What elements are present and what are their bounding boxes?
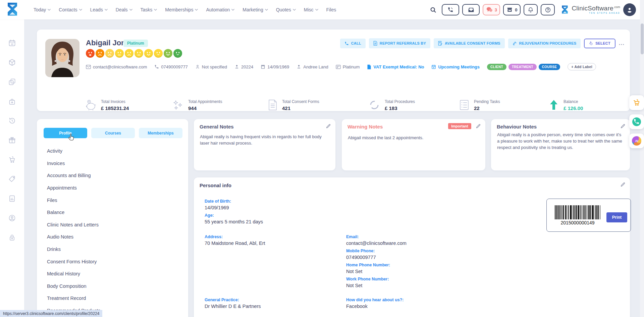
menu-item-activity[interactable]: Activity [47, 145, 181, 157]
mood-face-5[interactable] [125, 49, 133, 58]
whatsapp-phone-icon [632, 117, 641, 126]
menu-item-treatment-record[interactable]: Treatment Record [47, 292, 181, 305]
package-icon[interactable] [8, 58, 16, 66]
basket-in-icon[interactable] [8, 97, 16, 105]
label-chip-treatment[interactable]: TREATMENT [508, 64, 537, 70]
nav-item-memberships[interactable]: Memberships [165, 7, 198, 12]
menu-item-files[interactable]: Files [47, 194, 181, 206]
menu-item-drinks[interactable]: Drinks [47, 243, 181, 256]
copy-icon[interactable] [8, 78, 16, 86]
mood-face-1[interactable] [86, 49, 95, 58]
price-tag-icon[interactable] [8, 175, 16, 183]
dialer-button[interactable] [442, 4, 459, 15]
nav-item-automation[interactable]: Automation [206, 7, 234, 12]
user-circle-icon[interactable] [8, 214, 16, 222]
edit-personal-info-icon[interactable] [620, 182, 626, 187]
edit-general-notes-icon[interactable] [326, 123, 331, 129]
menu-item-accounts-and-billing[interactable]: Accounts and Billing [47, 169, 181, 182]
inbox-button[interactable] [462, 4, 480, 15]
label-chip-client[interactable]: CLIENT [487, 64, 506, 70]
report-referrals-button[interactable]: REPORT REFERRALS BY [369, 38, 430, 48]
lock-icon[interactable] [8, 233, 16, 242]
nav-item-leads[interactable]: Leads [90, 7, 108, 12]
quick-cart-button[interactable] [629, 95, 644, 110]
shop-button[interactable]: 0 [503, 4, 521, 15]
consent-forms-button[interactable]: AVAILABLE CONSENT FORMS [434, 38, 505, 48]
menu-item-appointments[interactable]: Appointments [47, 182, 181, 194]
nav-item-contacts[interactable]: Contacts [59, 7, 82, 12]
call-button[interactable]: CALL [340, 39, 366, 48]
edit-warning-notes-icon[interactable] [476, 123, 481, 129]
gift-icon[interactable] [8, 136, 16, 144]
menu-item-clinic-notes-and-letters[interactable]: Clinic Notes and Letters [47, 219, 181, 231]
print-button[interactable]: Print [606, 212, 627, 222]
svg-text:12: 12 [11, 43, 13, 45]
more-options-button[interactable]: ... [619, 40, 625, 47]
tab-memberships[interactable]: Memberships [139, 128, 182, 138]
mobile-label: Mobile Phone: [346, 249, 375, 253]
mood-face-10[interactable] [173, 49, 182, 58]
mood-face-7[interactable] [144, 49, 153, 58]
vat-exempt-link[interactable]: VAT Exempt Medical: No [367, 64, 424, 69]
mood-face-8[interactable] [154, 49, 163, 58]
pointer-icon [589, 41, 593, 46]
mood-face-4[interactable] [115, 49, 124, 58]
nav-item-files[interactable]: Files [326, 7, 336, 12]
menu-item-balance[interactable]: Balance [47, 206, 181, 219]
notifications-button[interactable] [524, 4, 538, 15]
mood-face-6[interactable] [135, 49, 143, 58]
nav-item-quotes[interactable]: Quotes [276, 7, 296, 12]
menu-item-invoices[interactable]: Invoices [47, 157, 181, 170]
tab-profile[interactable]: Profile [44, 128, 87, 138]
upcoming-meetings-link[interactable]: Upcoming Meetings [431, 64, 480, 69]
tab-courses[interactable]: Courses [91, 128, 135, 138]
id-card-icon [336, 65, 341, 69]
label-chip-course[interactable]: COURSE [539, 64, 560, 70]
cart-icon[interactable] [8, 156, 16, 164]
history-icon[interactable] [8, 117, 16, 125]
stat-icon [459, 99, 470, 111]
quick-call-button[interactable] [629, 114, 644, 129]
nav-item-tasks[interactable]: Tasks [141, 7, 157, 12]
menu-item-body-composition[interactable]: Body Composition [47, 280, 181, 293]
edit-behaviour-notes-icon[interactable] [620, 123, 626, 129]
general-notes-title: General Notes [200, 124, 234, 129]
warning-notes-title: Warning Notes [347, 124, 383, 129]
help-button[interactable] [541, 4, 555, 15]
brand-logo[interactable]: ClinicSoftware.com TEN STEPS AHEAD [560, 5, 620, 15]
nav-item-deals[interactable]: Deals [116, 7, 132, 12]
nav-item-misc[interactable]: Misc [304, 7, 318, 12]
cart-icon [633, 99, 641, 107]
mood-face-2[interactable] [96, 49, 104, 58]
profile-menu: ActivityInvoicesAccounts and BillingAppo… [47, 145, 181, 317]
add-label-button[interactable]: + Add Label [568, 63, 596, 70]
chevron-down-icon [129, 9, 132, 11]
menu-item-consent-forms-history[interactable]: Consent Forms History [47, 255, 181, 268]
app-logo-icon[interactable] [5, 2, 19, 17]
page-scrollbar[interactable] [640, 0, 644, 317]
stat-icon [368, 99, 380, 111]
ai-assistant-button[interactable]: AI [629, 134, 644, 148]
nav-item-today[interactable]: Today [34, 7, 51, 12]
search-icon[interactable] [430, 6, 437, 13]
menu-item-audio-notes[interactable]: Audio Notes [47, 231, 181, 243]
chat-button[interactable]: 3 [483, 4, 500, 15]
storefront-icon [506, 7, 513, 13]
age-label: Age: [205, 213, 214, 218]
client-photo [45, 39, 79, 77]
chat-count-badge: 3 [495, 7, 497, 12]
work-phone-label: Work Phone Number: [346, 277, 389, 281]
menu-item-medical-history[interactable]: Medical History [47, 268, 181, 280]
gp-value: Dr Whillier D E & Partners [205, 304, 261, 309]
nav-item-marketing[interactable]: Marketing [243, 7, 268, 12]
mobile-value: 07490009777 [346, 255, 376, 260]
rejuvenation-button[interactable]: REJUVENATION PROCEDURES [508, 39, 581, 48]
select-button[interactable]: SELECT [584, 39, 615, 48]
user-menu-button[interactable] [623, 3, 636, 16]
mood-face-3[interactable] [105, 49, 114, 58]
scrollbar-thumb[interactable] [641, 23, 644, 54]
report-icon[interactable] [8, 195, 16, 203]
calendar-icon[interactable]: 12 [8, 39, 16, 47]
brand-tagline: TEN STEPS AHEAD [572, 12, 620, 14]
mood-face-9[interactable] [164, 49, 172, 58]
